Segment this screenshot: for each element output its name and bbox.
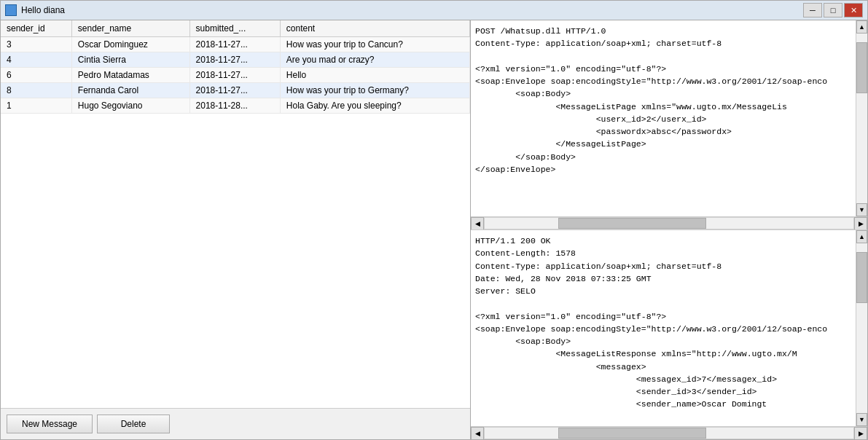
request-hscroll-track[interactable] xyxy=(484,217,854,229)
table-header-row: sender_id sender_name submitted_... cont… xyxy=(1,20,470,37)
cell-submitted: 2018-11-27... xyxy=(189,37,280,52)
table-row[interactable]: 3Oscar Dominguez2018-11-27...How was you… xyxy=(1,37,470,52)
response-scroll-track[interactable] xyxy=(856,243,867,413)
messages-table: sender_id sender_name submitted_... cont… xyxy=(1,20,470,114)
right-panel: POST /Whatsup.dll HTTP/1.0 Content-Type:… xyxy=(471,20,867,439)
cell-content: How was your trip to Germany? xyxy=(280,83,469,98)
cell-sender_name: Hugo Segoviano xyxy=(71,98,189,114)
response-scroll-thumb xyxy=(856,252,867,303)
cell-submitted: 2018-11-27... xyxy=(189,52,280,68)
main-content: sender_id sender_name submitted_... cont… xyxy=(0,20,868,440)
table-row[interactable]: 8Fernanda Carol2018-11-27...How was your… xyxy=(1,83,470,98)
cell-content: Are you mad or crazy? xyxy=(280,52,469,68)
table-row[interactable]: 1Hugo Segoviano2018-11-28...Hola Gaby. A… xyxy=(1,98,470,114)
request-scroll-up[interactable]: ▲ xyxy=(856,20,867,34)
cell-content: How was your trip to Cancun? xyxy=(280,37,469,52)
request-vscrollbar[interactable]: ▲ ▼ xyxy=(856,20,867,216)
cell-sender_id: 6 xyxy=(1,68,71,83)
titlebar-buttons: ─ □ ✕ xyxy=(803,3,863,17)
close-button[interactable]: ✕ xyxy=(844,3,863,17)
bottom-buttons: New Message Delete xyxy=(1,408,470,439)
request-panel: POST /Whatsup.dll HTTP/1.0 Content-Type:… xyxy=(471,20,867,230)
col-sender-id: sender_id xyxy=(1,20,71,37)
col-content: content xyxy=(280,20,469,37)
request-scroll-down[interactable]: ▼ xyxy=(856,203,867,216)
request-panel-row: POST /Whatsup.dll HTTP/1.0 Content-Type:… xyxy=(471,20,867,216)
response-hscroll-thumb xyxy=(558,428,705,439)
cell-sender_name: Fernanda Carol xyxy=(71,83,189,98)
response-scroll-down[interactable]: ▼ xyxy=(856,413,867,426)
cell-sender_id: 8 xyxy=(1,83,71,98)
cell-content: Hello xyxy=(280,68,469,83)
response-scroll-up[interactable]: ▲ xyxy=(856,230,867,243)
request-content[interactable]: POST /Whatsup.dll HTTP/1.0 Content-Type:… xyxy=(471,20,856,216)
response-panel-row: HTTP/1.1 200 OK Content-Length: 1578 Con… xyxy=(471,230,867,426)
table-row[interactable]: 4Cintia Sierra2018-11-27...Are you mad o… xyxy=(1,52,470,68)
response-hscroll-track[interactable] xyxy=(484,427,854,439)
cell-sender_name: Cintia Sierra xyxy=(71,52,189,68)
new-message-button[interactable]: New Message xyxy=(7,415,93,433)
response-content[interactable]: HTTP/1.1 200 OK Content-Length: 1578 Con… xyxy=(471,230,856,426)
response-panel: HTTP/1.1 200 OK Content-Length: 1578 Con… xyxy=(471,230,867,439)
table-row[interactable]: 6Pedro Matadamas2018-11-27...Hello xyxy=(1,68,470,83)
data-table-container[interactable]: sender_id sender_name submitted_... cont… xyxy=(1,20,470,408)
request-hscrollbar[interactable]: ◀ ▶ xyxy=(471,216,867,229)
request-scroll-left[interactable]: ◀ xyxy=(471,217,484,230)
cell-submitted: 2018-11-27... xyxy=(189,68,280,83)
app-icon xyxy=(5,4,17,16)
delete-button[interactable]: Delete xyxy=(97,415,170,433)
titlebar-title: Hello diana xyxy=(21,5,65,15)
request-scroll-track[interactable] xyxy=(856,34,867,203)
request-hscroll-thumb xyxy=(558,218,705,229)
cell-sender_id: 4 xyxy=(1,52,71,68)
cell-sender_id: 1 xyxy=(1,98,71,114)
response-scroll-right[interactable]: ▶ xyxy=(854,427,867,440)
response-vscrollbar[interactable]: ▲ ▼ xyxy=(856,230,867,426)
request-scroll-thumb xyxy=(856,42,867,93)
titlebar: Hello diana ─ □ ✕ xyxy=(0,0,868,20)
request-scroll-right[interactable]: ▶ xyxy=(854,217,867,230)
cell-sender_id: 3 xyxy=(1,37,71,52)
left-panel: sender_id sender_name submitted_... cont… xyxy=(1,20,471,439)
response-scroll-left[interactable]: ◀ xyxy=(471,427,484,440)
cell-sender_name: Pedro Matadamas xyxy=(71,68,189,83)
maximize-button[interactable]: □ xyxy=(824,3,842,17)
cell-submitted: 2018-11-28... xyxy=(189,98,280,114)
cell-content: Hola Gaby. Are you sleeping? xyxy=(280,98,469,114)
col-submitted: submitted_... xyxy=(189,20,280,37)
cell-sender_name: Oscar Dominguez xyxy=(71,37,189,52)
cell-submitted: 2018-11-27... xyxy=(189,83,280,98)
minimize-button[interactable]: ─ xyxy=(803,3,822,17)
col-sender-name: sender_name xyxy=(71,20,189,37)
titlebar-left: Hello diana xyxy=(5,4,65,16)
response-hscrollbar[interactable]: ◀ ▶ xyxy=(471,426,867,439)
